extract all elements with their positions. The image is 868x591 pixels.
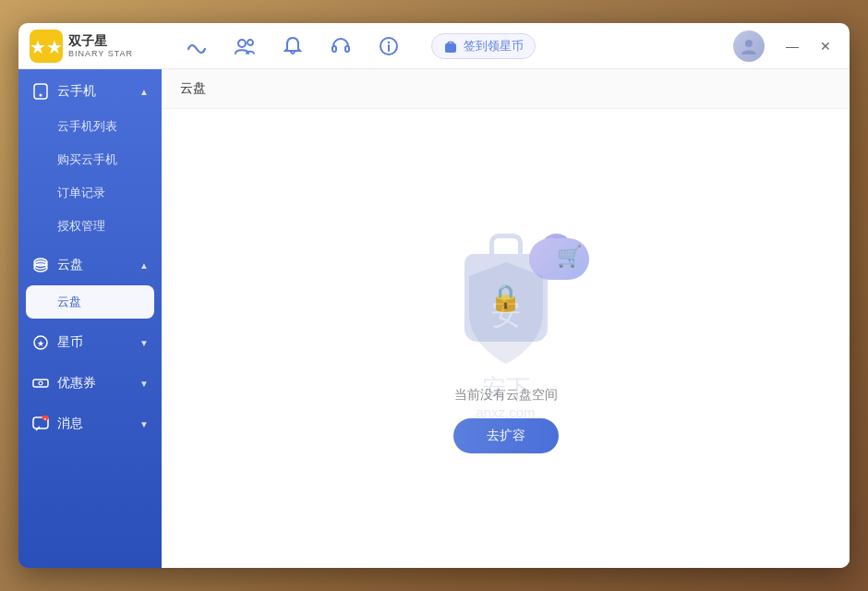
sidebar-header-message[interactable]: ● 消息 ▼ (18, 405, 162, 442)
content-header: 云盘 (162, 69, 850, 109)
sidebar-section-coupon: 优惠券 ▼ (18, 365, 162, 402)
cloud-disk-chevron: ▲ (139, 260, 149, 271)
sidebar-header-cloud-disk[interactable]: 云盘 ▲ (18, 247, 162, 283)
svg-text:★: ★ (37, 339, 44, 348)
nav-phone-icon[interactable] (326, 31, 356, 61)
sign-in-label: 签到领星币 (464, 38, 524, 54)
svg-point-12 (40, 94, 42, 97)
message-icon: ● (31, 415, 50, 433)
logo-icon: ★★ (30, 30, 63, 63)
logo-text: 双子星 BINARY STAR (68, 33, 133, 59)
cloud-phone-chevron: ▲ (139, 87, 149, 97)
logo-area: ★★ 双子星 BINARY STAR (30, 30, 173, 63)
close-button[interactable]: ✕ (813, 33, 838, 59)
coupon-icon (31, 374, 50, 392)
sidebar: 云手机 ▲ 云手机列表 购买云手机 订单记录 授权管理 (18, 69, 162, 568)
sidebar-item-auth-manage[interactable]: 授权管理 (18, 210, 162, 243)
svg-point-15 (34, 259, 47, 266)
star-coin-label: 星币 (57, 334, 139, 351)
sidebar-header-star-coin[interactable]: ★ 星币 ▼ (18, 324, 162, 361)
svg-rect-18 (33, 380, 48, 387)
app-window: ★★ 双子星 BINARY STAR (18, 23, 850, 568)
svg-point-2 (238, 40, 246, 47)
sign-in-button[interactable]: 签到领星币 (431, 33, 536, 59)
sidebar-section-cloud-phone: 云手机 ▲ 云手机列表 购买云手机 订单记录 授权管理 (18, 73, 162, 243)
bag-icon (443, 39, 458, 54)
svg-text:★★: ★★ (30, 37, 63, 57)
sidebar-header-coupon[interactable]: 优惠券 ▼ (18, 365, 162, 402)
sidebar-section-star-coin: ★ 星币 ▼ (18, 324, 162, 361)
message-label: 消息 (57, 416, 139, 432)
minimize-button[interactable]: — (779, 33, 805, 59)
message-chevron: ▼ (139, 419, 149, 429)
empty-text: 当前没有云盘空间 (454, 387, 558, 404)
sidebar-item-buy-phone[interactable]: 购买云手机 (18, 143, 162, 176)
avatar-button[interactable] (733, 30, 765, 62)
sidebar-section-message: ● 消息 ▼ (18, 405, 162, 442)
main-area: 云手机 ▲ 云手机列表 购买云手机 订单记录 授权管理 (18, 69, 850, 568)
empty-illustration: 🔒 🛒 (414, 224, 598, 372)
svg-point-3 (247, 40, 253, 45)
expand-button[interactable]: 去扩容 (453, 418, 559, 453)
nav-icons: 签到领星币 (173, 31, 733, 61)
svg-rect-9 (445, 43, 456, 53)
cloud-disk-label: 云盘 (57, 257, 139, 273)
cloud-phone-icon (31, 82, 50, 101)
sidebar-item-cloud-disk[interactable]: 云盘 (26, 285, 154, 319)
svg-rect-11 (34, 84, 47, 99)
star-coin-chevron: ▼ (139, 338, 149, 348)
content-body: 安 安下 anxz.com 🔒 (162, 109, 850, 568)
avatar-icon (739, 36, 759, 56)
content-title: 云盘 (180, 80, 206, 95)
content-area: 云盘 安 安下 anxz.com (162, 69, 850, 568)
svg-point-10 (745, 40, 753, 47)
sidebar-header-cloud-phone[interactable]: 云手机 ▲ (18, 73, 162, 110)
coupon-label: 优惠券 (57, 375, 139, 392)
nav-info-icon[interactable] (374, 31, 404, 61)
nav-users-icon[interactable] (230, 31, 259, 61)
app-name-cn: 双子星 (68, 33, 133, 49)
svg-point-19 (39, 381, 42, 385)
title-bar: ★★ 双子星 BINARY STAR (18, 23, 850, 69)
sidebar-section-cloud-disk: 云盘 ▲ 云盘 (18, 247, 162, 320)
star-coin-icon: ★ (31, 333, 50, 352)
watermark-sub: anxz.com (476, 404, 535, 420)
nav-home-icon[interactable] (182, 31, 211, 61)
cloud-phone-label: 云手机 (57, 83, 139, 100)
nav-bell-icon[interactable] (278, 31, 307, 61)
window-controls: — ✕ (733, 30, 838, 62)
app-name-en: BINARY STAR (68, 49, 133, 59)
cloud-decoration: 🛒 (515, 234, 589, 289)
cloud-disk-icon (31, 256, 50, 274)
coupon-chevron: ▼ (139, 379, 149, 389)
sidebar-item-order-record[interactable]: 订单记录 (18, 176, 162, 210)
sidebar-item-phone-list[interactable]: 云手机列表 (18, 110, 162, 143)
svg-rect-4 (332, 46, 336, 52)
svg-point-8 (388, 41, 390, 42)
cart-icon: 🛒 (557, 245, 582, 269)
